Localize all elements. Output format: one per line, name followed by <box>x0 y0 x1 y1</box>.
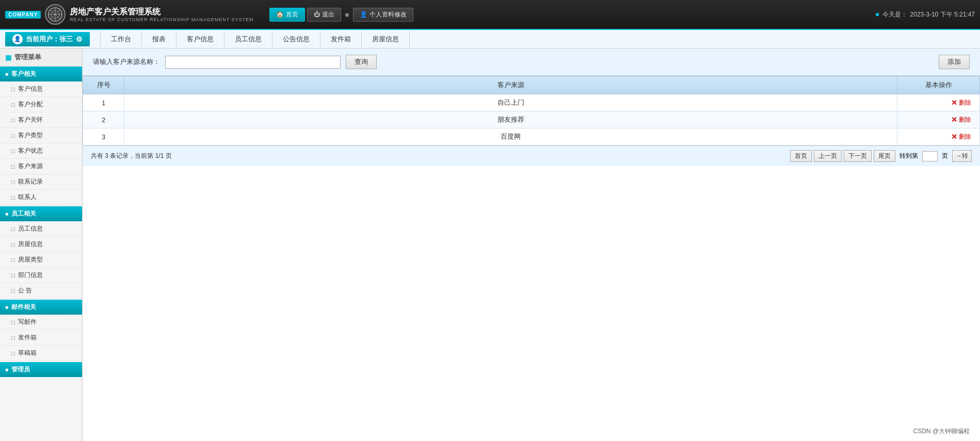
sidebar-header-mail: 邮件相关 <box>0 300 82 315</box>
profile-button[interactable]: 👤 个人资料修改 <box>353 8 413 22</box>
system-title-block: 房地产客户关系管理系统 REAL ESTATE OF CUSTOMER RELA… <box>70 7 253 22</box>
next-page-button[interactable]: 下一页 <box>844 150 872 162</box>
menu-label: 管理菜单 <box>0 48 82 67</box>
sidebar-item-customer-status[interactable]: 客户状态 <box>0 143 82 159</box>
cell-id: 3 <box>83 128 124 145</box>
tab-house-info[interactable]: 房屋信息 <box>362 31 410 47</box>
user-label: 当前用户：张三 <box>26 35 73 44</box>
sidebar-item-contact-person[interactable]: 联系人 <box>0 190 82 205</box>
tab-employee-info[interactable]: 员工信息 <box>224 31 272 47</box>
system-title: 房地产客户关系管理系统 <box>70 7 253 17</box>
delete-label: 删除 <box>959 99 971 107</box>
cell-source: 自己上门 <box>124 94 897 111</box>
last-page-button[interactable]: 尾页 <box>874 150 895 162</box>
user-icon: 👤 <box>12 34 23 44</box>
home-button[interactable]: 🏠 首页 <box>269 8 305 22</box>
sidebar-header-employee: 员工相关 <box>0 206 82 221</box>
col-header-source: 客户来源 <box>124 76 897 94</box>
home-icon: 🏠 <box>276 11 284 18</box>
tab-reports[interactable]: 报表 <box>142 31 176 47</box>
delete-label: 删除 <box>959 116 971 124</box>
delete-x-icon: ✕ <box>951 116 957 124</box>
search-bar: 请输入客户来源名称： 查询 添加 <box>83 48 980 76</box>
cell-operation: ✕删除 <box>897 111 980 128</box>
sidebar-item-outbox[interactable]: 发件箱 <box>0 330 82 346</box>
delete-button[interactable]: ✕删除 <box>903 133 971 141</box>
goto-unit: 页 <box>942 152 948 160</box>
profile-icon: 👤 <box>360 11 367 18</box>
logout-icon: ⏻ <box>314 11 320 18</box>
sidebar: 管理菜单 客户相关 客户信息 客户分配 客户关怀 客户类型 客户状态 客户来源 … <box>0 48 83 441</box>
logo-area: COMPANY 房地产客户关系管理系统 REAL ESTATE OF CUSTO… <box>5 4 254 25</box>
sidebar-item-announcement[interactable]: 公 告 <box>0 283 82 299</box>
table-row: 1自己上门✕删除 <box>83 94 980 111</box>
sidebar-item-customer-assign[interactable]: 客户分配 <box>0 97 82 112</box>
search-input[interactable] <box>165 56 341 69</box>
tab-workspace[interactable]: 工作台 <box>100 31 142 47</box>
cell-id: 2 <box>83 111 124 128</box>
tab-customer-info[interactable]: 客户信息 <box>176 31 224 47</box>
delete-x-icon: ✕ <box>951 133 957 141</box>
separator: ■ <box>345 11 349 19</box>
delete-x-icon: ✕ <box>951 99 957 107</box>
sidebar-item-customer-care[interactable]: 客户关怀 <box>0 112 82 128</box>
sidebar-item-house-info[interactable]: 房屋信息 <box>0 237 82 252</box>
main-layout: 管理菜单 客户相关 客户信息 客户分配 客户关怀 客户类型 客户状态 客户来源 … <box>0 48 980 441</box>
first-page-button[interactable]: 首页 <box>790 150 812 162</box>
add-button[interactable]: 添加 <box>939 55 970 69</box>
page-info: 共有 3 条记录，当前第 1/1 页 <box>91 152 172 160</box>
second-nav: 👤 当前用户：张三 ⚙ 工作台 报表 客户信息 员工信息 公告信息 发件箱 房屋… <box>0 30 980 48</box>
goto-button[interactable]: →转 <box>952 150 972 162</box>
datetime-label: 今天是： <box>882 10 907 19</box>
cell-source: 朋友推荐 <box>124 111 897 128</box>
cell-id: 1 <box>83 94 124 111</box>
nav-tabs: 工作台 报表 客户信息 员工信息 公告信息 发件箱 房屋信息 <box>100 31 410 47</box>
content-area: 请输入客户来源名称： 查询 添加 序号 客户来源 基本操作 1自己上门✕删除2朋… <box>83 48 980 441</box>
sidebar-item-employee-info[interactable]: 员工信息 <box>0 221 82 237</box>
top-bar: COMPANY 房地产客户关系管理系统 REAL ESTATE OF CUSTO… <box>0 0 980 30</box>
sidebar-item-house-type[interactable]: 房屋类型 <box>0 252 82 268</box>
logout-button[interactable]: ⏻ 退出 <box>307 8 341 22</box>
table-row: 3百度网✕删除 <box>83 128 980 145</box>
sidebar-item-customer-type[interactable]: 客户类型 <box>0 128 82 143</box>
datetime-area: 今天是： 2023-3-10 下午 5:21:47 <box>875 10 975 19</box>
sidebar-section-employee: 员工相关 员工信息 房屋信息 房屋类型 部门信息 公 告 <box>0 206 82 299</box>
search-label: 请输入客户来源名称： <box>93 57 160 67</box>
page-number-input[interactable] <box>922 151 938 161</box>
system-subtitle: REAL ESTATE OF CUSTOMER RELATIONSHIP MAN… <box>70 17 253 22</box>
prev-page-button[interactable]: 上一页 <box>814 150 842 162</box>
sidebar-item-dept-info[interactable]: 部门信息 <box>0 268 82 283</box>
company-badge: COMPANY <box>5 11 41 19</box>
tab-announcement[interactable]: 公告信息 <box>272 31 320 47</box>
page-buttons: 首页 上一页 下一页 尾页 转到第 页 →转 <box>790 150 972 162</box>
sidebar-item-contact-record[interactable]: 联系记录 <box>0 174 82 190</box>
top-nav: 🏠 首页 ⏻ 退出 ■ 👤 个人资料修改 <box>269 8 414 22</box>
delete-button[interactable]: ✕删除 <box>903 99 971 107</box>
sidebar-header-admin: 管理员 <box>0 362 82 377</box>
datetime-value: 2023-3-10 下午 5:21:47 <box>910 10 975 19</box>
sidebar-item-customer-source[interactable]: 客户来源 <box>0 159 82 174</box>
col-header-operation: 基本操作 <box>897 76 980 94</box>
col-header-id: 序号 <box>83 76 124 94</box>
logo-icon <box>45 4 66 25</box>
delete-label: 删除 <box>959 133 971 141</box>
data-table: 序号 客户来源 基本操作 1自己上门✕删除2朋友推荐✕删除3百度网✕删除 <box>83 76 980 145</box>
sidebar-section-customer: 客户相关 客户信息 客户分配 客户关怀 客户类型 客户状态 客户来源 联系记录 … <box>0 67 82 205</box>
user-info: 👤 当前用户：张三 ⚙ <box>5 32 90 46</box>
sidebar-section-admin: 管理员 <box>0 362 82 377</box>
sidebar-item-customer-info[interactable]: 客户信息 <box>0 81 82 97</box>
tab-outbox[interactable]: 发件箱 <box>320 31 362 47</box>
pagination-bar: 共有 3 条记录，当前第 1/1 页 首页 上一页 下一页 尾页 转到第 页 →… <box>83 145 980 166</box>
cell-operation: ✕删除 <box>897 94 980 111</box>
user-settings-icon: ⚙ <box>76 35 83 43</box>
watermark: CSDN @大钟聊编程 <box>913 427 970 436</box>
cell-operation: ✕删除 <box>897 128 980 145</box>
goto-label: 转到第 <box>899 152 918 160</box>
delete-button[interactable]: ✕删除 <box>903 116 971 124</box>
query-button[interactable]: 查询 <box>346 55 377 69</box>
table-row: 2朋友推荐✕删除 <box>83 111 980 128</box>
sidebar-header-customer: 客户相关 <box>0 67 82 81</box>
sidebar-item-write-mail[interactable]: 写邮件 <box>0 315 82 330</box>
cell-source: 百度网 <box>124 128 897 145</box>
sidebar-item-drafts[interactable]: 草稿箱 <box>0 346 82 361</box>
